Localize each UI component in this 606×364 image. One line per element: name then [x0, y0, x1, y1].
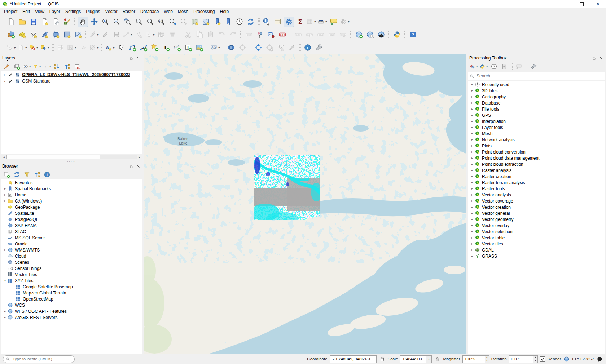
cut-features-button[interactable] [183, 30, 193, 40]
create-text-annotation-button[interactable] [161, 43, 171, 53]
processing-item-raster-creation[interactable]: ▸Raster creation [468, 173, 605, 179]
new-temporary-scratch-layer-button[interactable] [50, 30, 61, 40]
caret-icon[interactable]: ▸ [470, 248, 475, 252]
rotation-spin-buttons[interactable]: ▲▼ [533, 356, 537, 363]
toolbar-grip[interactable] [206, 44, 208, 52]
locator-bar[interactable] [3, 355, 75, 363]
layers-float-button[interactable] [129, 55, 135, 61]
pin-unpin-labels-button[interactable] [266, 30, 276, 40]
layer-checkbox[interactable] [8, 72, 13, 77]
dropdown-arrow-icon[interactable]: ▾ [39, 65, 41, 68]
toolbar-grip[interactable] [51, 44, 54, 52]
browser-close-button[interactable] [135, 163, 141, 169]
menu-raster[interactable]: Raster [120, 8, 138, 15]
rotate-label-button[interactable] [315, 30, 326, 40]
processing-search-input[interactable] [476, 73, 603, 79]
add-wms-service-button[interactable] [354, 30, 364, 40]
menu-vector[interactable]: Vector [103, 8, 120, 15]
layer-checkbox[interactable] [8, 79, 13, 84]
collapse-all-button[interactable] [62, 62, 72, 71]
caret-icon[interactable]: ▸ [470, 254, 475, 258]
menu-database[interactable]: Database [138, 8, 161, 15]
create-text-along-line-button[interactable] [172, 43, 182, 53]
filter-legend-button[interactable]: ▾ [32, 62, 41, 71]
browser-item-xyz-tiles[interactable]: ▾XYZ Tiles [1, 278, 142, 284]
select-features-button[interactable]: ▾ [6, 43, 16, 53]
dropdown-arrow-icon[interactable]: ▾ [74, 46, 76, 49]
processing-item-vector-overlay[interactable]: ▸Vector overlay [468, 222, 605, 228]
caret-icon[interactable]: ▸ [470, 126, 475, 129]
map-canvas[interactable]: Baker Lake [144, 54, 466, 354]
dropdown-arrow-icon[interactable]: ▾ [475, 65, 478, 68]
caret-icon[interactable]: ▸ [470, 101, 475, 105]
locator-input[interactable] [12, 356, 64, 361]
copy-features-button[interactable] [194, 30, 205, 40]
processing-item-vector-coverage[interactable]: ▸Vector coverage [468, 198, 605, 204]
zoom-out-button[interactable] [111, 17, 122, 27]
gps-connect-button[interactable] [253, 43, 263, 53]
measure-button[interactable]: ▾ [317, 17, 328, 27]
processing-item-vector-selection[interactable]: ▸Vector selection [468, 228, 605, 235]
caret-icon[interactable]: ▸ [3, 316, 8, 319]
identify-features-button[interactable] [261, 17, 272, 27]
change-label-properties-button[interactable] [326, 30, 337, 40]
caret-icon[interactable]: ▸ [3, 248, 8, 252]
toolbar-grip[interactable] [222, 44, 224, 52]
browser-item-arcgis-rest[interactable]: ▸ArcGIS REST Servers [1, 314, 142, 320]
dropdown-arrow-icon[interactable]: ▾ [486, 65, 488, 68]
new-spatialite-layer-button[interactable] [39, 30, 50, 40]
menu-project[interactable]: Project [1, 8, 20, 15]
caret-icon[interactable]: ▸ [470, 187, 475, 190]
caret-icon[interactable]: ▸ [470, 199, 475, 203]
processing-item-raster-tools[interactable]: ▸Raster tools [468, 186, 605, 192]
toolbar-grip[interactable] [289, 31, 291, 39]
show-layout-manager-button[interactable] [50, 17, 61, 27]
multi-edit-attributes-button[interactable] [78, 43, 88, 53]
center-map-button[interactable] [237, 43, 247, 53]
new-shapefile-layer-button[interactable] [28, 30, 39, 40]
browser-item-wfs-ogc[interactable]: ▸WFS / OGC API - Features [1, 308, 142, 314]
browser-item-scenes[interactable]: Scenes [1, 259, 142, 265]
open-layer-styling-button[interactable] [2, 62, 11, 71]
edit-in-place-button[interactable] [514, 62, 523, 71]
toolbar-grip[interactable] [179, 31, 181, 39]
caret-icon[interactable]: ▸ [470, 169, 475, 172]
caret-icon[interactable]: ▸ [470, 144, 475, 147]
maximize-button[interactable] [574, 0, 590, 8]
processing-item-database[interactable]: ▸Database [468, 100, 605, 106]
dropdown-arrow-icon[interactable]: ▾ [152, 33, 155, 36]
processing-item-layer-tools[interactable]: ▸Layer tools [468, 124, 605, 130]
menu-help[interactable]: Help [218, 8, 232, 15]
menu-layer[interactable]: Layer [47, 8, 63, 15]
layer-row-osm-standard[interactable]: ▾ OSM Standard [1, 78, 142, 84]
scroll-left-icon[interactable]: ◂ [1, 155, 6, 159]
add-feature-button[interactable] [133, 30, 144, 40]
processing-item-vector-tiles[interactable]: ▸Vector tiles [468, 241, 605, 247]
browser-item-stac[interactable]: STAC [1, 228, 142, 235]
dropdown-arrow-icon[interactable]: ▾ [96, 33, 99, 36]
delete-selected-button[interactable] [167, 30, 177, 40]
spin-up-icon[interactable]: ▲ [533, 356, 537, 359]
zoom-in-button[interactable] [100, 17, 110, 27]
toolbar-grip[interactable] [404, 31, 406, 39]
open-attribute-form-button[interactable] [55, 43, 66, 53]
select-features-by-value-button[interactable]: ▾ [66, 43, 77, 53]
caret-icon[interactable]: ▸ [470, 138, 475, 141]
processing-item-grass[interactable]: ▸GRASS [468, 253, 605, 259]
browser-item-cloud[interactable]: Cloud [1, 253, 142, 259]
gps-information-button[interactable] [302, 43, 313, 53]
browser-item-vector-tiles[interactable]: Vector Tiles [1, 271, 142, 278]
run-feature-action-button[interactable]: ▾ [339, 17, 350, 27]
caret-icon[interactable]: ▸ [470, 181, 475, 184]
menu-processing[interactable]: Processing [191, 8, 217, 15]
magnifier-spin-buttons[interactable]: ▲▼ [485, 356, 489, 363]
show-hide-labels-button[interactable] [304, 30, 315, 40]
caret-icon[interactable]: ▸ [3, 199, 8, 203]
scroll-track[interactable] [6, 155, 137, 159]
spin-up-icon[interactable]: ▲ [485, 356, 489, 359]
processing-item-gdal[interactable]: ▸GDAL [468, 247, 605, 253]
add-selected-layers-button[interactable] [2, 170, 11, 179]
create-polygon-annotation-button[interactable] [127, 43, 137, 53]
toolbar-grip[interactable] [2, 31, 4, 39]
extent-toggle-button[interactable] [379, 356, 386, 363]
